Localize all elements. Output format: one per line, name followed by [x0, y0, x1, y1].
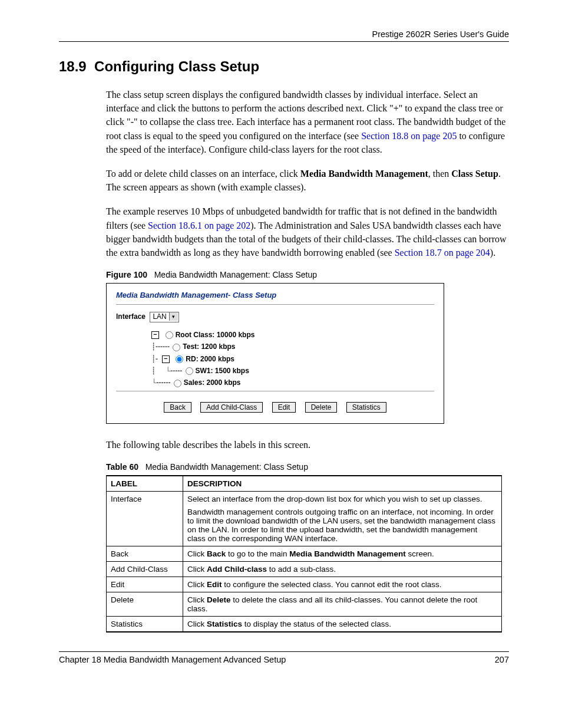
section-number: 18.9 — [59, 58, 87, 74]
screenshot-title: Media Bandwidth Management- Class Setup — [116, 291, 434, 299]
cell-desc: Click Add Child-class to add a sub-class… — [183, 561, 502, 577]
bold-run: Statistics — [207, 620, 242, 628]
edit-button[interactable]: Edit — [272, 402, 296, 413]
paragraph-after-figure: The following table describes the labels… — [106, 438, 509, 452]
bold-run: Delete — [207, 595, 231, 604]
tree-sw1-row: ┊ └----- SW1: 1500 kbps — [151, 367, 434, 375]
table-row: Add Child-Class Click Add Child-class to… — [107, 561, 502, 577]
cell-label: Back — [107, 546, 183, 561]
cell-desc: Click Statistics to display the status o… — [183, 616, 502, 632]
back-button[interactable]: Back — [164, 402, 191, 413]
statistics-button[interactable]: Statistics — [346, 402, 386, 413]
table-row: Statistics Click Statistics to display t… — [107, 616, 502, 632]
text-run: Click — [187, 595, 207, 604]
paragraph-2: To add or delete child classes on an int… — [106, 167, 509, 194]
bold-run: Class Setup — [451, 169, 498, 179]
tree-rd-label: RD: 2000 kbps — [186, 355, 234, 363]
cell-desc: Select an interface from the drop-down l… — [183, 491, 502, 546]
text-run: to go to the main — [226, 549, 289, 558]
bold-run: Back — [207, 549, 226, 558]
delete-button[interactable]: Delete — [305, 402, 338, 413]
table-caption: Table 60 Media Bandwidth Management: Cla… — [106, 462, 509, 472]
collapse-icon[interactable]: − — [162, 355, 170, 363]
bold-run: Media Bandwidth Management — [300, 169, 428, 179]
tree-connector: ┊ └----- — [151, 367, 184, 375]
text-run: to display the status of the selected cl… — [242, 620, 391, 628]
table-row: Delete Click Delete to delete the class … — [107, 592, 502, 616]
button-row: Back Add Child-Class Edit Delete Statist… — [116, 402, 434, 413]
interface-value: LAN — [153, 312, 166, 321]
tree-root-row: − Root Class: 10000 kbps — [151, 331, 434, 339]
text-run: , then — [428, 169, 452, 179]
text-run: Click — [187, 580, 207, 589]
divider — [116, 391, 434, 391]
chevron-down-icon: ▾ — [169, 312, 178, 321]
description-table: LABEL DESCRIPTION Interface Select an in… — [106, 475, 502, 633]
footer-page-number: 207 — [495, 655, 509, 664]
tree-connector: ┊------ — [151, 342, 171, 351]
tree-radio-test[interactable] — [173, 344, 180, 351]
bold-run: Edit — [207, 580, 222, 589]
table-row: Back Click Back to go to the main Media … — [107, 546, 502, 561]
cell-label: Edit — [107, 577, 183, 592]
figure-label: Figure 100 — [106, 270, 147, 279]
interface-label: Interface — [116, 312, 146, 321]
text-run: ). — [490, 248, 495, 258]
figure-caption: Figure 100 Media Bandwidth Management: C… — [106, 270, 509, 279]
class-tree: − Root Class: 10000 kbps ┊------ Test: 1… — [151, 331, 434, 387]
interface-row: Interface LAN ▾ — [116, 312, 434, 322]
text-run: Click — [187, 549, 207, 558]
section-title: Configuring Class Setup — [94, 58, 259, 74]
bold-run: Media Bandwidth Management — [289, 549, 405, 558]
table-label: Table 60 — [106, 462, 138, 472]
cell-paragraph: Select an interface from the drop-down l… — [187, 495, 497, 503]
text-run: Click — [187, 620, 207, 628]
xref-18-6-1[interactable]: Section 18.6.1 on page 202 — [148, 220, 250, 230]
cell-label: Interface — [107, 491, 183, 546]
paragraph-3: The example reserves 10 Mbps of unbudget… — [106, 205, 509, 259]
cell-desc: Click Delete to delete the class and all… — [183, 592, 502, 616]
th-description: DESCRIPTION — [183, 476, 502, 492]
page-footer: Chapter 18 Media Bandwidth Management Ad… — [59, 651, 509, 664]
tree-rd-row: ┊- − RD: 2000 kbps — [151, 355, 434, 363]
table-caption-text: Media Bandwidth Management: Class Setup — [146, 462, 308, 472]
cell-desc: Click Edit to configure the selected cla… — [183, 577, 502, 592]
tree-test-row: ┊------ Test: 1200 kbps — [151, 342, 434, 351]
xref-18-8[interactable]: Section 18.8 on page 205 — [361, 131, 457, 141]
tree-radio-rd[interactable] — [176, 355, 183, 363]
text-run: to configure the selected class. You can… — [222, 580, 442, 589]
tree-connector: └------ — [151, 378, 173, 387]
text-run: Click — [187, 565, 207, 574]
add-child-class-button[interactable]: Add Child-Class — [200, 402, 263, 413]
tree-test-label: Test: 1200 kbps — [183, 342, 235, 351]
figure-screenshot: Media Bandwidth Management- Class Setup … — [106, 283, 444, 424]
tree-radio-sales[interactable] — [174, 380, 181, 387]
tree-connector: ┊- — [151, 355, 162, 363]
cell-label: Statistics — [107, 616, 183, 632]
text-run: To add or delete child classes on an int… — [106, 169, 300, 179]
tree-radio-sw1[interactable] — [186, 367, 193, 375]
table-row: Interface Select an interface from the d… — [107, 491, 502, 546]
tree-sw1-label: SW1: 1500 kbps — [196, 367, 249, 375]
xref-18-7[interactable]: Section 18.7 on page 204 — [395, 248, 490, 258]
tree-sales-label: Sales: 2000 kbps — [184, 378, 241, 387]
text-run: screen. — [406, 549, 434, 558]
table-header-row: LABEL DESCRIPTION — [107, 476, 502, 492]
text-run: to add a sub-class. — [267, 565, 336, 574]
bold-run: Add Child-class — [207, 565, 267, 574]
divider — [116, 304, 434, 305]
cell-label: Delete — [107, 592, 183, 616]
cell-desc: Click Back to go to the main Media Bandw… — [183, 546, 502, 561]
figure-caption-text: Media Bandwidth Management: Class Setup — [154, 270, 317, 279]
tree-sales-row: └------ Sales: 2000 kbps — [151, 378, 434, 387]
tree-radio-root[interactable] — [166, 331, 173, 339]
table-row: Edit Click Edit to configure the selecte… — [107, 577, 502, 592]
footer-chapter: Chapter 18 Media Bandwidth Management Ad… — [59, 655, 286, 664]
section-heading: 18.9 Configuring Class Setup — [59, 58, 509, 75]
paragraph-1: The class setup screen displays the conf… — [106, 88, 509, 156]
cell-label: Add Child-Class — [107, 561, 183, 577]
th-label: LABEL — [107, 476, 183, 492]
cell-paragraph: Bandwidth management controls outgoing t… — [187, 508, 497, 543]
collapse-icon[interactable]: − — [151, 331, 159, 339]
interface-dropdown[interactable]: LAN ▾ — [150, 312, 178, 322]
